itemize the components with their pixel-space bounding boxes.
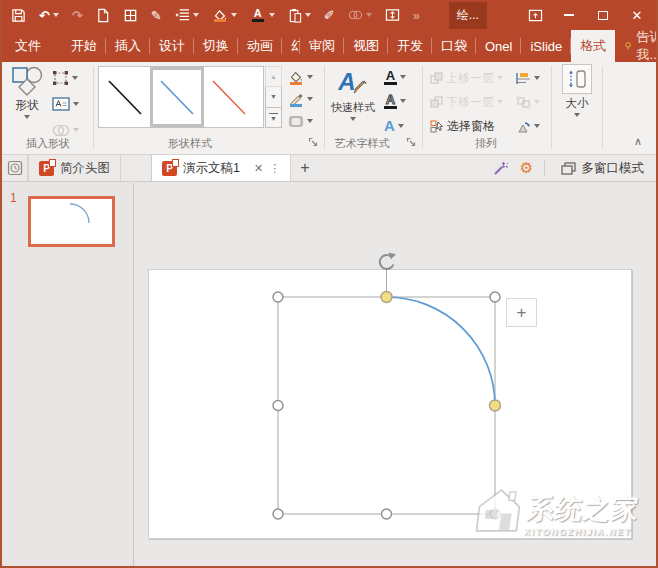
undo-caret-icon[interactable] bbox=[53, 13, 59, 17]
settings-button[interactable]: ⚙ bbox=[514, 155, 540, 181]
black-line-preview-icon bbox=[105, 76, 145, 118]
arc-shape[interactable] bbox=[387, 297, 496, 406]
recent-documents-button[interactable] bbox=[2, 155, 28, 181]
minimize-button[interactable] bbox=[556, 4, 582, 26]
tab-insert[interactable]: 插入 bbox=[106, 30, 150, 62]
font-color-button[interactable]: A bbox=[247, 5, 278, 25]
text-outline-button[interactable]: A bbox=[384, 90, 406, 112]
paragraph-layout-button[interactable] bbox=[172, 6, 202, 24]
shape-fill-button[interactable] bbox=[288, 66, 313, 88]
align-button[interactable] bbox=[516, 67, 540, 89]
rotate-handle-icon[interactable] bbox=[380, 253, 396, 269]
minimize-icon bbox=[564, 14, 574, 16]
window-controls: ✕ bbox=[522, 4, 650, 26]
size-label: 大小 bbox=[566, 96, 589, 111]
text-fill-button[interactable]: A bbox=[384, 66, 406, 88]
tell-me-box[interactable]: 告诉我... bbox=[615, 30, 658, 62]
tab-transitions[interactable]: 切换 bbox=[194, 30, 238, 62]
text-effects-button[interactable]: A bbox=[384, 115, 404, 137]
undo-icon: ↶ bbox=[39, 9, 50, 22]
shape-outline-button[interactable] bbox=[288, 88, 313, 110]
resize-handle-top-right[interactable] bbox=[490, 292, 500, 302]
ribbon-display-options-button[interactable] bbox=[522, 4, 548, 26]
shape-styles-dialog-launcher[interactable] bbox=[308, 136, 318, 150]
adjust-handle-arc-start[interactable] bbox=[381, 292, 392, 303]
quick-styles-button[interactable]: A 快速样式 bbox=[328, 66, 378, 121]
fill-caret-icon[interactable] bbox=[231, 13, 237, 17]
shape-style-blue-line-selected[interactable] bbox=[153, 70, 201, 124]
text-box-button[interactable] bbox=[52, 93, 79, 115]
work-area: 1 bbox=[2, 183, 656, 568]
shape-style-red-line[interactable] bbox=[205, 70, 253, 124]
save-button[interactable] bbox=[8, 6, 29, 25]
group-objects-button bbox=[516, 91, 540, 113]
resize-handle-bottom-mid[interactable] bbox=[382, 509, 392, 519]
new-document-button[interactable] bbox=[93, 6, 113, 25]
tab-file[interactable]: 文件 bbox=[2, 30, 54, 62]
slide-editing-canvas[interactable]: + 系统之家 XITONGZHIJIA.NET bbox=[135, 183, 656, 568]
adjust-handle-arc-end[interactable] bbox=[490, 400, 501, 411]
shape-effects-icon bbox=[288, 115, 304, 128]
tab-islide[interactable]: iSlide bbox=[521, 30, 571, 62]
group-objects-caret-icon bbox=[534, 100, 540, 104]
paragraph-caret-icon[interactable] bbox=[193, 13, 199, 17]
slide-thumbnail-selected[interactable] bbox=[28, 196, 115, 247]
shape-effects-button[interactable] bbox=[288, 110, 313, 132]
slide-thumbnail-panel[interactable]: 1 bbox=[2, 183, 134, 568]
new-tab-button[interactable]: + bbox=[291, 155, 318, 181]
shapes-label: 形状 bbox=[16, 98, 39, 113]
tab-developer[interactable]: 开发 bbox=[388, 30, 432, 62]
maximize-button[interactable] bbox=[590, 4, 616, 26]
grid-view-button[interactable] bbox=[120, 6, 141, 25]
paste-button[interactable] bbox=[285, 6, 314, 25]
tab-review[interactable]: 审阅 bbox=[300, 30, 344, 62]
shape-outline-swatch bbox=[290, 104, 302, 107]
undo-button[interactable]: ↶ bbox=[36, 7, 62, 24]
size-button[interactable]: 大小 bbox=[558, 64, 596, 117]
resize-handle-top-left[interactable] bbox=[273, 292, 283, 302]
tab-slideshow[interactable]: 幻灯片 bbox=[282, 30, 300, 62]
eyedropper-button[interactable]: ✎ bbox=[148, 7, 165, 24]
collapse-ribbon-button[interactable]: ∧ bbox=[634, 135, 642, 148]
ribbon-format: 形状 插入形状 ▲ ▼ ▼ bbox=[2, 62, 656, 155]
shape-outline-caret-icon bbox=[307, 97, 313, 101]
new-document-icon bbox=[96, 8, 110, 23]
drawing-tools-context-button[interactable]: 绘... bbox=[449, 2, 487, 29]
eyedropper-icon: ✎ bbox=[151, 9, 162, 22]
tab-animations[interactable]: 动画 bbox=[238, 30, 282, 62]
shapes-button[interactable]: 形状 bbox=[9, 66, 45, 119]
tab-options-icon[interactable]: ⋮ bbox=[269, 162, 280, 175]
rotate-icon bbox=[516, 120, 531, 133]
tab-design[interactable]: 设计 bbox=[150, 30, 194, 62]
resize-handle-bottom-left[interactable] bbox=[273, 509, 283, 519]
powerpoint-file-icon: P bbox=[39, 161, 54, 176]
doc-tab-intro[interactable]: P 简介头图 bbox=[28, 155, 121, 181]
canvas-plus-button[interactable]: + bbox=[506, 298, 537, 327]
qat-overflow-button[interactable]: » bbox=[410, 7, 423, 24]
shape-fill-qat-button[interactable] bbox=[209, 5, 240, 25]
shapes-icon bbox=[11, 66, 43, 96]
tab-view[interactable]: 视图 bbox=[344, 30, 388, 62]
resize-handle-mid-left[interactable] bbox=[273, 401, 283, 411]
close-tab-icon[interactable]: ✕ bbox=[254, 162, 263, 175]
gallery-more-button[interactable]: ▼ bbox=[265, 108, 282, 128]
format-painter-button[interactable]: ✐ bbox=[321, 7, 338, 24]
resize-handle-bottom-right[interactable] bbox=[490, 509, 500, 519]
font-color-caret-icon[interactable] bbox=[269, 13, 275, 17]
paste-caret-icon[interactable] bbox=[305, 13, 311, 17]
selection-pane-button[interactable]: 选择窗格 bbox=[430, 115, 495, 137]
close-button[interactable]: ✕ bbox=[624, 4, 650, 26]
tab-format[interactable]: 格式 bbox=[571, 30, 615, 62]
magic-wand-button[interactable] bbox=[488, 155, 514, 181]
tab-pocket[interactable]: 口袋 bbox=[432, 30, 476, 62]
edit-shape-button[interactable] bbox=[52, 67, 78, 89]
tab-home[interactable]: 开始 bbox=[62, 30, 106, 62]
doc-tab-presentation1[interactable]: P 演示文稿1 ✕ ⋮ bbox=[151, 155, 291, 181]
shape-style-black-line[interactable] bbox=[101, 70, 149, 124]
wordart-dialog-launcher[interactable] bbox=[406, 136, 416, 150]
fit-window-button[interactable] bbox=[382, 6, 403, 24]
rotate-button[interactable] bbox=[516, 115, 540, 137]
gallery-scroll-down-button[interactable]: ▼ bbox=[265, 87, 282, 107]
multi-window-mode-button[interactable]: 多窗口模式 bbox=[549, 160, 657, 177]
tab-onel[interactable]: Onel bbox=[476, 30, 521, 62]
